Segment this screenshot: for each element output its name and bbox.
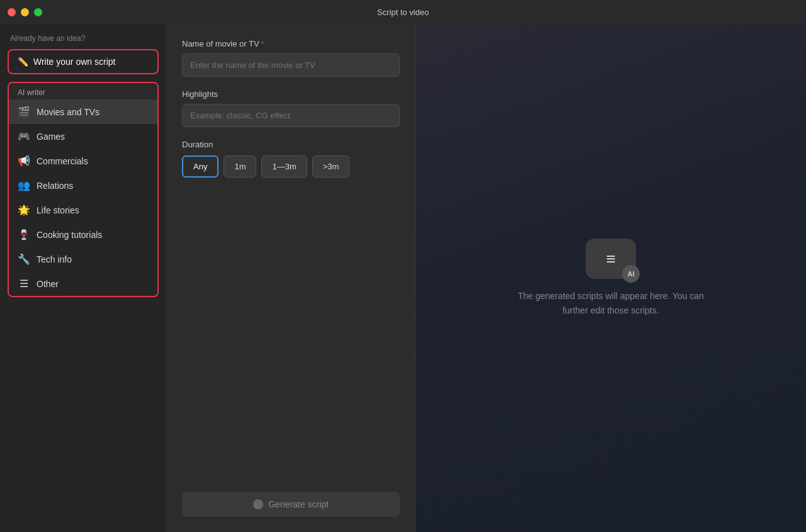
required-indicator: * [261, 39, 264, 48]
ai-badge: AI [622, 265, 640, 283]
sidebar: Already have an idea? ✏️ Write your own … [0, 24, 167, 532]
cooking-icon: 🍷 [18, 229, 30, 241]
close-button[interactable] [8, 8, 16, 16]
tech-icon: 🔧 [18, 253, 30, 265]
duration-buttons: Any 1m 1—3m >3m [182, 156, 400, 178]
other-label: Other [37, 279, 59, 289]
games-label: Games [37, 132, 65, 142]
generate-script-label: Generate script [268, 499, 329, 509]
duration-1m-button[interactable]: 1m [224, 156, 256, 178]
generate-spinner-icon [253, 499, 263, 509]
already-idea-label: Already have an idea? [0, 34, 166, 49]
other-icon: ☰ [18, 278, 30, 290]
relations-label: Relations [37, 181, 73, 191]
maximize-button[interactable] [34, 8, 42, 16]
pen-icon: ✏️ [18, 57, 28, 67]
life-stories-label: Life stories [37, 205, 79, 215]
sidebar-item-games[interactable]: 🎮 Games [9, 124, 157, 149]
minimize-button[interactable] [21, 8, 29, 16]
movies-tvs-label: Movies and TVs [37, 107, 99, 117]
write-own-script-button[interactable]: ✏️ Write your own script [8, 49, 159, 74]
movies-icon: 🎬 [18, 106, 30, 118]
sidebar-item-other[interactable]: ☰ Other [9, 271, 157, 296]
sidebar-item-life-stories[interactable]: 🌟 Life stories [9, 198, 157, 222]
sidebar-item-tech-info[interactable]: 🔧 Tech info [9, 247, 157, 271]
relations-icon: 👥 [18, 179, 30, 191]
commercials-label: Commercials [37, 156, 88, 166]
tech-info-label: Tech info [37, 254, 72, 264]
app-body: Already have an idea? ✏️ Write your own … [0, 24, 806, 532]
sidebar-item-relations[interactable]: 👥 Relations [9, 173, 157, 198]
life-stories-icon: 🌟 [18, 204, 30, 216]
duration-1-3m-button[interactable]: 1—3m [261, 156, 307, 178]
window-title: Script to video [377, 8, 429, 17]
duration-any-button[interactable]: Any [182, 156, 219, 178]
commercials-icon: 📢 [18, 155, 30, 167]
cooking-label: Cooking tutorials [37, 230, 102, 240]
games-icon: 🎮 [18, 130, 30, 142]
window-controls [8, 8, 42, 16]
preview-empty-state-text: The generated scripts will appear here. … [510, 289, 712, 317]
script-icon: ≡ [606, 249, 615, 269]
sidebar-item-movies-tvs[interactable]: 🎬 Movies and TVs [9, 99, 157, 124]
duration-label: Duration [182, 140, 400, 149]
generate-script-button[interactable]: Generate script [182, 492, 400, 517]
highlights-input[interactable] [182, 104, 400, 127]
ai-writer-section: AI writer 🎬 Movies and TVs 🎮 Games 📢 Com… [8, 82, 159, 297]
write-own-script-label: Write your own script [33, 57, 115, 67]
form-panel: Name of movie or TV * Highlights Duratio… [167, 24, 416, 532]
titlebar: Script to video [0, 0, 806, 24]
ai-placeholder-icon: ≡ AI [586, 239, 636, 279]
movie-name-input[interactable] [182, 54, 400, 77]
duration-3m-plus-button[interactable]: >3m [312, 156, 350, 178]
main-content: Name of movie or TV * Highlights Duratio… [167, 24, 806, 532]
preview-panel: ≡ AI The generated scripts will appear h… [416, 24, 806, 532]
movie-name-field-label: Name of movie or TV * [182, 39, 400, 48]
sidebar-item-commercials[interactable]: 📢 Commercials [9, 149, 157, 173]
sidebar-item-cooking[interactable]: 🍷 Cooking tutorials [9, 222, 157, 247]
ai-writer-label: AI writer [9, 83, 157, 99]
highlights-field-label: Highlights [182, 89, 400, 99]
